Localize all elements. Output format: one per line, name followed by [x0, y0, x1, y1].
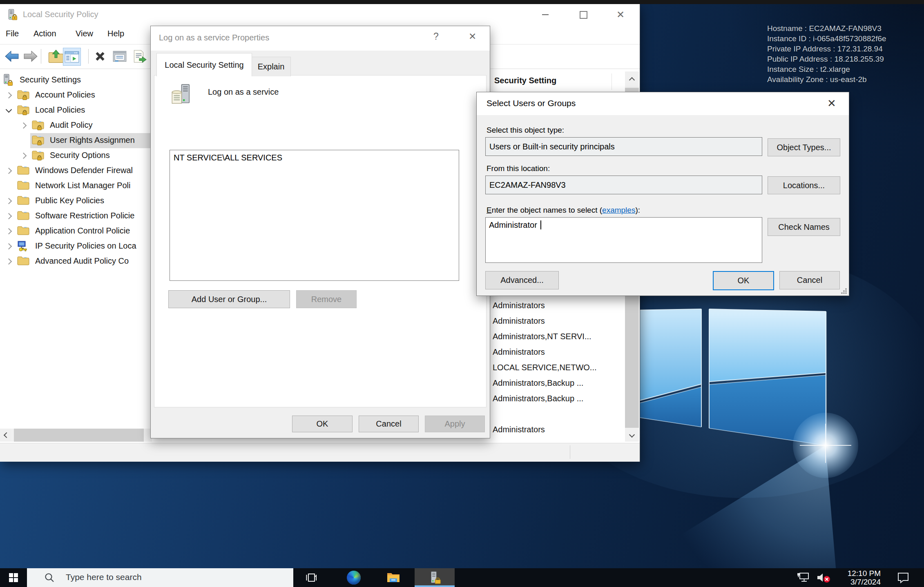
security-setting-value: Administrators,Backup ... [493, 394, 583, 403]
tree-item-label: Advanced Audit Policy Co [35, 256, 129, 266]
ok-button[interactable]: OK [292, 416, 353, 432]
policy-row[interactable]: Administrators,Backup ... [489, 391, 625, 407]
tree-item-windows-defender-firewal[interactable]: Windows Defender Firewal [0, 163, 152, 178]
dialog-titlebar[interactable]: Select Users or Groups ✕ [477, 92, 849, 115]
members-listbox[interactable]: NT SERVICE\ALL SERVICES [170, 150, 459, 281]
tree-item-label: IP Security Policies on Loca [35, 241, 136, 251]
chevron-collapsed-icon[interactable] [20, 153, 27, 159]
tab-local-security-setting[interactable]: Local Security Setting [156, 53, 252, 76]
toolbar-forward-button[interactable] [22, 48, 39, 65]
policy-row[interactable]: Administrators [489, 345, 625, 360]
policy-row[interactable]: LOCAL SERVICE,NETWO... [489, 360, 625, 376]
chevron-collapsed-icon[interactable] [6, 258, 12, 265]
help-button[interactable]: ? [433, 32, 439, 41]
policy-row[interactable] [489, 407, 625, 422]
policy-row[interactable]: Administrators,NT SERVI... [489, 329, 625, 345]
chevron-collapsed-icon[interactable] [6, 198, 12, 205]
advanced-button[interactable]: Advanced... [485, 271, 559, 289]
column-divider[interactable] [612, 73, 612, 90]
horizontal-scrollbar-thumb[interactable] [14, 429, 144, 442]
tree-item-network-list-manager-poli[interactable]: Network List Manager Poli [0, 178, 152, 193]
ok-button[interactable]: OK [713, 271, 774, 290]
menu-file[interactable]: File [6, 29, 19, 38]
menu-action[interactable]: Action [33, 29, 56, 38]
cancel-button[interactable]: Cancel [779, 271, 840, 289]
close-button[interactable]: ✕ [469, 32, 476, 41]
task-view-button[interactable] [299, 568, 324, 587]
add-user-or-group-button[interactable]: Add User or Group... [168, 290, 290, 308]
tree-item-local-policies[interactable]: Local Policies [0, 103, 152, 118]
volume-tray-button[interactable] [812, 568, 835, 587]
locations-button[interactable]: Locations... [768, 176, 840, 194]
menu-help[interactable]: Help [107, 29, 124, 38]
security-setting-value: Administrators [493, 301, 545, 310]
network-tray-button[interactable] [792, 568, 815, 587]
minimize-button[interactable] [532, 4, 559, 25]
location-field[interactable]: EC2AMAZ-FAN98V3 [485, 176, 762, 194]
tree-item-user-rights-assignmen[interactable]: User Rights Assignmen [0, 133, 152, 148]
scroll-left-button[interactable] [0, 429, 11, 442]
chevron-expanded-icon[interactable] [6, 107, 12, 113]
file-explorer-button[interactable] [381, 568, 406, 587]
tree-item-audit-policy[interactable]: Audit Policy [0, 118, 152, 133]
chevron-collapsed-icon[interactable] [20, 122, 27, 129]
tab-explain[interactable]: Explain [251, 57, 291, 76]
forward-icon [23, 49, 38, 63]
resize-grip[interactable] [841, 288, 847, 294]
tree-item-advanced-audit-policy-co[interactable]: Advanced Audit Policy Co [0, 254, 152, 269]
maximize-button[interactable] [570, 4, 597, 25]
security-setting-value: Administrators [493, 425, 545, 434]
tree-item-security-options[interactable]: Security Options [0, 148, 152, 163]
tree-item-security-settings[interactable]: Security Settings [0, 73, 152, 88]
cancel-button[interactable]: Cancel [359, 416, 419, 432]
object-types-button[interactable]: Object Types... [768, 138, 840, 156]
object-names-input[interactable]: Administrator [485, 217, 762, 263]
tree-item-ip-security-policies-on-loca[interactable]: IP Security Policies on Loca [0, 239, 152, 254]
tree-item-public-key-policies[interactable]: Public Key Policies [0, 193, 152, 209]
dialog-titlebar[interactable]: Log on as a service Properties ? ✕ [151, 26, 490, 51]
member-item[interactable]: NT SERVICE\ALL SERVICES [170, 150, 459, 165]
start-button[interactable] [0, 568, 27, 587]
folder-lock-icon [32, 134, 44, 147]
folder-icon [17, 165, 29, 177]
policy-row[interactable]: Administrators [489, 298, 625, 314]
toolbar-delete-button[interactable] [92, 48, 109, 65]
chevron-collapsed-icon[interactable] [6, 168, 12, 174]
search-box[interactable]: Type here to search [27, 568, 293, 587]
local-security-policy-taskbar-button[interactable] [415, 568, 455, 587]
edge-browser-button[interactable] [341, 568, 366, 587]
toolbar-show-hide-console-tree-button[interactable] [63, 48, 81, 66]
window-titlebar[interactable]: Local Security Policy ✕ [0, 4, 640, 25]
clock[interactable]: 12:10 PM 3/7/2024 [833, 568, 882, 587]
chevron-collapsed-icon[interactable] [6, 213, 12, 220]
policy-row[interactable]: Administrators,Backup ... [489, 376, 625, 391]
tree-item-account-policies[interactable]: Account Policies [0, 88, 152, 103]
action-center-button[interactable] [891, 568, 916, 587]
tree-item-application-control-policie[interactable]: Application Control Policie [0, 224, 152, 239]
tree-item-label: Windows Defender Firewal [35, 166, 133, 175]
tree-item-software-restriction-policie[interactable]: Software Restriction Policie [0, 209, 152, 224]
policy-row[interactable]: Administrators [489, 314, 625, 329]
app-icon [6, 9, 18, 21]
examples-link[interactable]: examples [602, 206, 635, 214]
policy-row[interactable]: Administrators [489, 422, 625, 438]
menu-view[interactable]: View [76, 29, 93, 38]
scroll-up-button[interactable] [625, 71, 639, 87]
tree-item-label: Application Control Policie [35, 226, 130, 236]
chevron-collapsed-icon[interactable] [6, 228, 12, 235]
status-bar [0, 443, 640, 462]
close-button[interactable]: ✕ [827, 98, 836, 109]
toolbar-export-button[interactable] [47, 48, 65, 65]
toolbar-properties-button[interactable] [111, 48, 128, 65]
chevron-collapsed-icon[interactable] [6, 92, 12, 99]
toolbar-export-list-button[interactable] [131, 48, 148, 65]
check-names-button[interactable]: Check Names [768, 218, 840, 236]
status-bar-divider [570, 445, 570, 459]
select-users-or-groups-dialog: Select Users or Groups ✕ Select this obj… [476, 92, 849, 296]
scroll-down-button[interactable] [625, 429, 639, 442]
properties-icon [112, 49, 127, 63]
object-type-field[interactable]: Users or Built-in security principals [485, 137, 762, 156]
toolbar-back-button[interactable] [3, 48, 20, 65]
chevron-collapsed-icon[interactable] [6, 243, 12, 250]
close-button[interactable]: ✕ [607, 4, 634, 25]
